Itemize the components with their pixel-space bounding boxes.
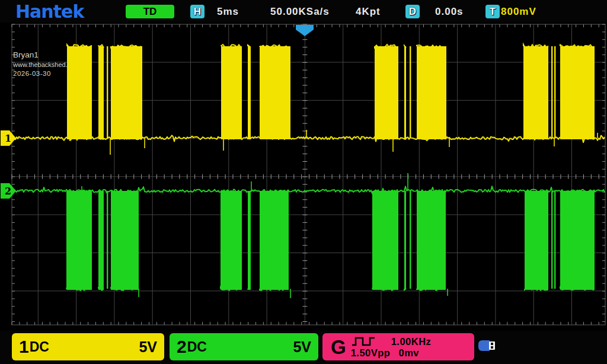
trigger-level-value: 800mV [501, 6, 536, 18]
square-wave-icon [351, 336, 376, 347]
horizontal-badge-icon: H [190, 5, 205, 18]
usb-drive-icon [478, 339, 498, 352]
trigger-status-badge: TD [126, 5, 174, 18]
generator-offset: 0mv [398, 347, 419, 358]
channel2-number: 2 [177, 338, 187, 356]
channel2-scale: 5V [293, 339, 311, 356]
generator-amplitude: 1.50Vpp [351, 347, 391, 358]
hantek-logo: Hantek [15, 1, 84, 22]
memory-depth-value: 4Kpt [356, 6, 381, 18]
channel2-badge: 2 DC 5V [170, 333, 318, 360]
svg-text:1: 1 [5, 133, 11, 144]
generator-badge: G 1.00KHz 1.50Vpp 0mv [322, 333, 474, 360]
generator-label: G [331, 337, 346, 357]
oscilloscope-screen: Hantek TD H 5ms 50.00KSa/s 4Kpt D 0.00s … [0, 0, 607, 364]
header-bar: Hantek TD H 5ms 50.00KSa/s 4Kpt D 0.00s … [0, 0, 607, 23]
channel2-coupling: DC [187, 340, 207, 354]
svg-text:2: 2 [5, 186, 11, 197]
delay-badge-icon: D [405, 5, 420, 18]
horizontal-offset-value: 0.00s [435, 6, 464, 18]
trigger-badge-icon: T [485, 5, 500, 18]
channel1-coupling: DC [30, 340, 49, 354]
sample-rate-value: 50.00KSa/s [270, 6, 330, 18]
channel1-scale: 5V [139, 339, 157, 356]
timebase-value: 5ms [217, 6, 239, 18]
waveform-display: Bryan1 www.thebackshed.com 2026-03-30 12 [0, 23, 607, 331]
waveform-traces: 12 [0, 23, 607, 331]
generator-frequency: 1.00KHz [391, 336, 432, 347]
channel1-number: 1 [19, 338, 29, 356]
footer-bar: 1 DC 5V 2 DC 5V G 1.00KHz 1.50Vpp 0mv [0, 331, 607, 364]
channel1-badge: 1 DC 5V [12, 333, 164, 360]
